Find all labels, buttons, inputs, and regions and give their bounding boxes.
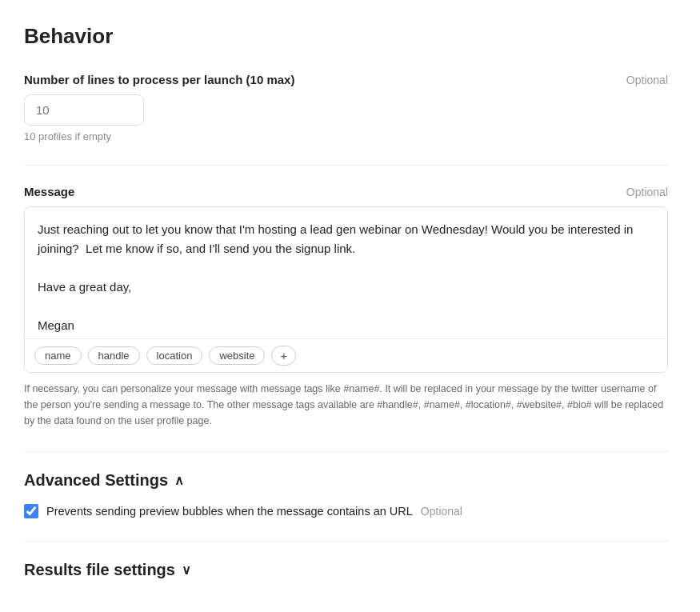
tag-plus-button[interactable]: + [271, 346, 296, 366]
lines-input[interactable] [24, 94, 144, 126]
divider-2 [24, 451, 668, 452]
divider-3 [24, 541, 668, 542]
results-section: Results file settings ∨ [24, 561, 668, 579]
results-header[interactable]: Results file settings ∨ [24, 561, 668, 579]
lines-section: Number of lines to process per launch (1… [24, 73, 668, 142]
tag-location[interactable]: location [146, 346, 203, 365]
preview-bubbles-optional: Optional [421, 505, 462, 518]
tag-website[interactable]: website [209, 346, 265, 365]
lines-hint: 10 profiles if empty [24, 130, 668, 142]
advanced-settings-section: Advanced Settings ∧ Prevents sending pre… [24, 471, 668, 518]
results-label: Results file settings [24, 561, 175, 579]
tag-handle[interactable]: handle [88, 346, 140, 365]
message-optional: Optional [626, 186, 668, 198]
lines-optional: Optional [626, 74, 668, 86]
message-tags-bar: name handle location website + [25, 338, 667, 372]
advanced-settings-label: Advanced Settings [24, 471, 168, 490]
preview-bubbles-row: Prevents sending preview bubbles when th… [24, 504, 668, 518]
message-info-text: If necessary, you can personalize your m… [24, 381, 668, 429]
advanced-settings-chevron-icon: ∧ [174, 473, 184, 488]
message-label: Message [24, 185, 74, 198]
lines-label: Number of lines to process per launch (1… [24, 73, 294, 86]
divider-1 [24, 165, 668, 166]
preview-bubbles-label: Prevents sending preview bubbles when th… [46, 505, 413, 518]
advanced-settings-header[interactable]: Advanced Settings ∧ [24, 471, 668, 490]
message-section: Message Optional Just reaching out to le… [24, 185, 668, 429]
message-textarea[interactable]: Just reaching out to let you know that I… [25, 207, 667, 335]
results-chevron-icon: ∨ [182, 562, 191, 578]
tag-name[interactable]: name [34, 346, 82, 365]
preview-bubbles-checkbox[interactable] [24, 504, 38, 518]
page-title: Behavior [24, 24, 668, 49]
message-wrapper: Just reaching out to let you know that I… [24, 206, 668, 373]
